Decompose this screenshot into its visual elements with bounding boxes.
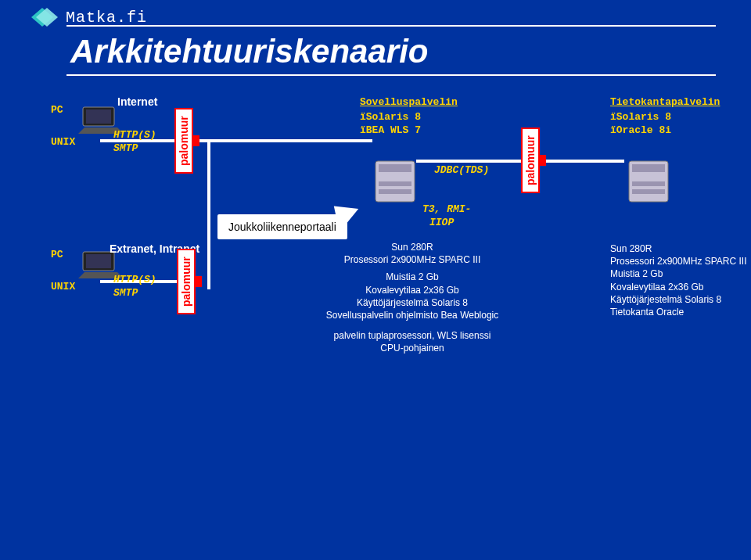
client2-smtp-label: SMTP (113, 287, 138, 299)
client1-os-label: UNIX (51, 136, 75, 148)
firewall-1: palomuur (174, 108, 193, 174)
svg-rect-11 (379, 189, 411, 194)
client1-network-label: Internet (117, 95, 157, 108)
client2-http-label: HTTP(S) (113, 274, 156, 285)
client1-pc-label: PC (51, 104, 63, 116)
svg-rect-10 (379, 181, 411, 186)
spec-mem: Muistia 2 Gb (610, 267, 751, 280)
spec-note2: CPU-pohjainen (307, 342, 518, 354)
firewall-2: palomuur (177, 249, 196, 314)
client2-pc-label: PC (51, 249, 63, 260)
firewall-2-stub (196, 276, 202, 287)
page-title: Arkkitehtuuriskenaario (70, 33, 429, 70)
svg-rect-13 (632, 164, 665, 172)
link-t3-label-1: T3, RMI- (422, 203, 471, 215)
dbserver-spec: Sun 280R Prosessori 2x900MHz SPARC III M… (610, 242, 751, 318)
spec-note1: palvelin tuplaprosessori, WLS lisenssi (307, 329, 518, 342)
dbserver-db: ïOracle 8i (610, 124, 671, 136)
dbserver-title: Tietokantapalvelin (610, 96, 720, 108)
client2-os-label: UNIX (51, 281, 75, 293)
logo: Matka.fi (31, 8, 147, 27)
appserver-os: ïSolaris 8 (360, 111, 421, 123)
client1-smtp-label: SMTP (113, 142, 138, 154)
link-fw1-appserver (199, 139, 372, 142)
logo-diamond-icon (31, 8, 58, 27)
spec-model: Sun 280R (307, 241, 518, 253)
server-icon (372, 158, 418, 208)
link-t3-label-2: IIOP (429, 217, 454, 228)
spec-cpu: Prosessori 2x900MHz SPARC III (610, 255, 751, 267)
svg-rect-14 (632, 181, 665, 186)
spec-os: Käyttöjärjestelmä Solaris 8 (610, 293, 751, 306)
spec-model: Sun 280R (610, 242, 751, 255)
link-fw3-dbserver (546, 160, 624, 163)
svg-rect-9 (379, 164, 411, 172)
callout-label: Joukkoliikenneportaali (228, 221, 336, 233)
server-icon (626, 158, 671, 208)
firewall-3: palomuur (521, 127, 540, 193)
header-rule-top (66, 25, 716, 27)
callout-pointer-icon (334, 201, 362, 232)
header-rule-bottom (66, 74, 716, 76)
spec-sw: Sovelluspalvelin ohjelmisto Bea Weblogic (307, 309, 518, 321)
callout-bubble: Joukkoliikenneportaali (217, 214, 347, 239)
svg-rect-6 (86, 254, 111, 268)
dbserver-os: ïSolaris 8 (610, 111, 671, 123)
firewall-3-stub (540, 155, 546, 166)
spec-sw: Tietokanta Oracle (610, 306, 751, 318)
spec-mem: Muistia 2 Gb (307, 271, 518, 283)
spec-disk: Kovalevytilaa 2x36 Gb (307, 284, 518, 296)
link-appserver-fw3 (416, 160, 521, 163)
appserver-spec: Sun 280R Prosessori 2x900MHz SPARC III M… (307, 241, 518, 355)
link-jdbc-label: JDBC(TDS) (434, 164, 489, 176)
svg-rect-15 (632, 189, 665, 194)
svg-rect-3 (86, 109, 111, 124)
appserver-app: ïBEA WLS 7 (360, 124, 421, 136)
client1-http-label: HTTP(S) (113, 129, 156, 141)
firewall-1-stub (193, 135, 199, 146)
link-vertical-join (207, 139, 210, 289)
spec-cpu: Prosessori 2x900MHz SPARC III (307, 253, 518, 266)
logo-text: Matka.fi (66, 9, 147, 27)
appserver-title: Sovelluspalvelin (360, 96, 458, 108)
spec-os: Käyttöjärjestelmä Solaris 8 (307, 296, 518, 309)
spec-disk: Kovalevytilaa 2x36 Gb (610, 281, 751, 293)
